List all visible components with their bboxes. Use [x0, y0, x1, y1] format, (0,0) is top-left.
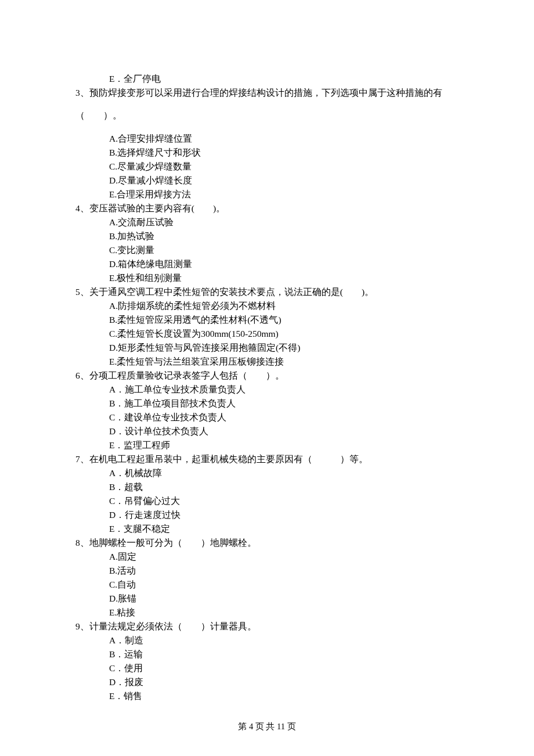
- option-a: A．施工单位专业技术质量负责人: [109, 383, 459, 397]
- question-3: 3、预防焊接变形可以采用进行合理的焊接结构设计的措施，下列选项中属于这种措施的有…: [75, 86, 459, 201]
- option-c: C.自动: [109, 578, 459, 592]
- option-a: A.交流耐压试验: [109, 215, 459, 229]
- question-text: 在机电工程起重吊装中，起重机械失稳的主要原因有（ ）等。: [89, 454, 368, 464]
- question-text: 分项工程质量验收记录表签字人包括（ ）。: [89, 370, 284, 380]
- option-b: B.选择焊缝尺寸和形状: [109, 146, 459, 160]
- option-b: B.活动: [109, 564, 459, 578]
- option-c: C.柔性短管长度设置为300mm(150-250mm): [109, 327, 459, 341]
- option-a: A.固定: [109, 550, 459, 564]
- question-number: 8、: [75, 538, 89, 548]
- option-e: E．销售: [109, 689, 459, 703]
- option-b: B．超载: [109, 480, 459, 494]
- question-8: 8、地脚螺栓一般可分为（ ）地脚螺栓。 A.固定 B.活动 C.自动 D.胀锚 …: [75, 536, 459, 620]
- option-b: B．运输: [109, 647, 459, 661]
- question-7: 7、在机电工程起重吊装中，起重机械失稳的主要原因有（ ）等。 A．机械故障 B．…: [75, 452, 459, 536]
- question-text: 变压器试验的主要内容有( )。: [89, 203, 225, 213]
- option-d: D.胀锚: [109, 592, 459, 606]
- question-number: 3、: [75, 88, 89, 98]
- question-text: 关于通风空调工程中柔性短管的安装技术要点，说法正确的是( )。: [89, 287, 374, 297]
- options-block: A.固定 B.活动 C.自动 D.胀锚 E.粘接: [109, 550, 459, 620]
- question-stem: 8、地脚螺栓一般可分为（ ）地脚螺栓。: [75, 536, 459, 550]
- option-a: A.防排烟系统的柔性短管必须为不燃材料: [109, 299, 459, 313]
- question-stem-continuation: （ ）。: [75, 109, 459, 123]
- option-e: E.极性和组别测量: [109, 271, 459, 285]
- options-block: A.交流耐压试验 B.加热试验 C.变比测量 D.箱体绝缘电阻测量 E.极性和组…: [109, 215, 459, 285]
- option-c: C．使用: [109, 661, 459, 675]
- question-6: 6、分项工程质量验收记录表签字人包括（ ）。 A．施工单位专业技术质量负责人 B…: [75, 369, 459, 452]
- question-stem: 5、关于通风空调工程中柔性短管的安装技术要点，说法正确的是( )。: [75, 285, 459, 299]
- option-e: E．监理工程师: [109, 438, 459, 452]
- orphan-option: E．全厂停电: [109, 72, 459, 86]
- question-number: 4、: [75, 203, 89, 213]
- option-c: C.变比测量: [109, 243, 459, 257]
- question-stem: 6、分项工程质量验收记录表签字人包括（ ）。: [75, 369, 459, 383]
- options-block: A．机械故障 B．超载 C．吊臂偏心过大 D．行走速度过快 E．支腿不稳定: [109, 466, 459, 536]
- question-number: 6、: [75, 370, 89, 380]
- question-text: 地脚螺栓一般可分为（ ）地脚螺栓。: [89, 538, 257, 548]
- options-block: A.防排烟系统的柔性短管必须为不燃材料 B.柔性短管应采用透气的柔性材料(不透气…: [109, 299, 459, 369]
- option-d: D.矩形柔性短管与风管连接采用抱箍固定(不得): [109, 341, 459, 355]
- page-content: E．全厂停电 3、预防焊接变形可以采用进行合理的焊接结构设计的措施，下列选项中属…: [0, 0, 534, 703]
- option-d: D．报废: [109, 675, 459, 689]
- question-5: 5、关于通风空调工程中柔性短管的安装技术要点，说法正确的是( )。 A.防排烟系…: [75, 285, 459, 369]
- options-block: A．施工单位专业技术质量负责人 B．施工单位项目部技术负责人 C．建设单位专业技…: [109, 383, 459, 452]
- option-d: D.尽量减小焊缝长度: [109, 174, 459, 188]
- options-block: A．制造 B．运输 C．使用 D．报废 E．销售: [109, 633, 459, 703]
- option-a: A．制造: [109, 633, 459, 647]
- option-e: E．支腿不稳定: [109, 522, 459, 536]
- question-number: 9、: [75, 621, 89, 631]
- question-number: 5、: [75, 287, 89, 297]
- option-e: E.粘接: [109, 606, 459, 620]
- option-e: E.柔性短管与法兰组装宜采用压板铆接连接: [109, 355, 459, 369]
- option-c: C．建设单位专业技术负责人: [109, 411, 459, 424]
- question-stem: 7、在机电工程起重吊装中，起重机械失稳的主要原因有（ ）等。: [75, 452, 459, 466]
- option-b: B.柔性短管应采用透气的柔性材料(不透气): [109, 313, 459, 327]
- question-stem: 4、变压器试验的主要内容有( )。: [75, 201, 459, 215]
- option-e: E.合理采用焊接方法: [109, 188, 459, 201]
- option-a: A.合理安排焊缝位置: [109, 132, 459, 146]
- question-text: 预防焊接变形可以采用进行合理的焊接结构设计的措施，下列选项中属于这种措施的有: [89, 88, 442, 98]
- option-b: B．施工单位项目部技术负责人: [109, 397, 459, 411]
- options-block: A.合理安排焊缝位置 B.选择焊缝尺寸和形状 C.尽量减少焊缝数量 D.尽量减小…: [109, 132, 459, 201]
- option-d: D．设计单位技术负责人: [109, 424, 459, 438]
- option-d: D.箱体绝缘电阻测量: [109, 257, 459, 271]
- question-9: 9、计量法规定必须依法（ ）计量器具。 A．制造 B．运输 C．使用 D．报废 …: [75, 620, 459, 703]
- question-number: 7、: [75, 454, 89, 464]
- option-a: A．机械故障: [109, 466, 459, 480]
- option-c: C．吊臂偏心过大: [109, 494, 459, 508]
- question-4: 4、变压器试验的主要内容有( )。 A.交流耐压试验 B.加热试验 C.变比测量…: [75, 201, 459, 285]
- option-b: B.加热试验: [109, 229, 459, 243]
- option-c: C.尽量减少焊缝数量: [109, 160, 459, 174]
- option-d: D．行走速度过快: [109, 508, 459, 522]
- question-stem: 9、计量法规定必须依法（ ）计量器具。: [75, 620, 459, 633]
- question-text: 计量法规定必须依法（ ）计量器具。: [89, 621, 257, 631]
- page-footer: 第 4 页 共 11 页: [0, 720, 534, 733]
- question-stem: 3、预防焊接变形可以采用进行合理的焊接结构设计的措施，下列选项中属于这种措施的有: [75, 86, 459, 100]
